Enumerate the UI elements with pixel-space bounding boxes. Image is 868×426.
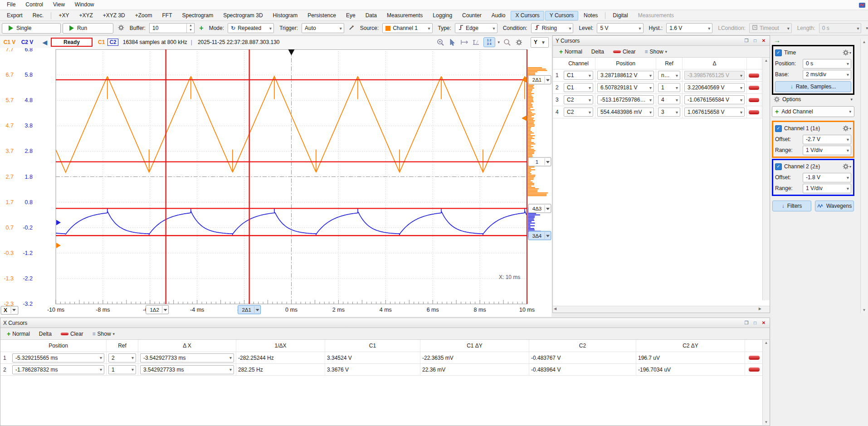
menu-item-control[interactable]: Control bbox=[20, 0, 48, 10]
menu-item-audio[interactable]: Audio bbox=[487, 11, 510, 20]
spin-down-icon[interactable]: ▼ bbox=[187, 28, 194, 33]
channel2-gear-icon[interactable]: ▾ bbox=[843, 163, 851, 170]
c2-badge[interactable]: C2 bbox=[107, 39, 118, 46]
menu-item-export[interactable]: Export bbox=[2, 11, 27, 20]
show-menu-button[interactable]: ≡Show▾ bbox=[89, 330, 119, 338]
wavegens-button[interactable]: Wavegens bbox=[815, 201, 854, 211]
rate-samples-button[interactable]: ↓Rate, Samples... bbox=[775, 81, 851, 92]
cursor-ref-select[interactable]: 2▾ bbox=[108, 353, 136, 362]
buffer-spinbox[interactable]: 10▲▼ bbox=[149, 23, 195, 33]
cursor-ref-select[interactable]: 3▾ bbox=[658, 108, 680, 117]
menu-item-y-cursors[interactable]: Y Cursors bbox=[545, 11, 578, 20]
add-normal-cursor-button[interactable]: +Normal bbox=[556, 47, 586, 56]
restore-icon[interactable]: ❐ bbox=[743, 38, 750, 44]
cursor-channel-select[interactable]: C2▾ bbox=[564, 108, 593, 117]
cursor-ref-select[interactable]: none▾ bbox=[658, 71, 680, 80]
menu-item-zoom[interactable]: +Zoom bbox=[131, 11, 157, 20]
x-cursor1-tag[interactable]: 1Δ2 bbox=[146, 305, 169, 314]
menu-item-rec[interactable]: Rec. bbox=[28, 11, 49, 20]
show-menu-button[interactable]: ≡Show▾ bbox=[641, 48, 671, 56]
cursor-ref-select[interactable]: 4▾ bbox=[658, 95, 680, 104]
menu-item-histogram[interactable]: Histogram bbox=[268, 11, 302, 20]
cursor-position-select[interactable]: -513.167259786 m▾ bbox=[597, 95, 654, 104]
vertical-measure-icon[interactable] bbox=[472, 38, 481, 46]
menu-item-measurements[interactable]: Measurements bbox=[634, 11, 678, 20]
cursor-position-select[interactable]: 3.287188612 V▾ bbox=[597, 71, 654, 80]
y-axis-menu-button[interactable]: Y▼ bbox=[531, 37, 549, 48]
maximize-icon[interactable]: □ bbox=[752, 320, 758, 326]
single-button[interactable]: Single bbox=[2, 23, 61, 34]
channel2-range-select[interactable]: 1 V/div▾ bbox=[803, 184, 851, 193]
x-cursor2-tag[interactable]: 2Δ1 bbox=[238, 305, 261, 314]
channel2-offset-select[interactable]: -1.8 V▾ bbox=[803, 173, 851, 182]
remove-cursor-button[interactable] bbox=[749, 367, 760, 372]
buffer-gear-icon[interactable] bbox=[118, 24, 124, 32]
cursor-channel-select[interactable]: C1▾ bbox=[564, 71, 593, 80]
channel1-range-select[interactable]: 1 V/div▾ bbox=[803, 146, 851, 155]
source-select[interactable]: Channel 1▾ bbox=[382, 23, 432, 33]
channel-layout-icon[interactable]: 1 23 4 bbox=[483, 37, 495, 47]
cursor-delta-select[interactable]: 1.067615658 V▾ bbox=[684, 108, 745, 117]
add-delta-cursor-button[interactable]: Delta bbox=[35, 330, 55, 338]
level-select[interactable]: 5 V▾ bbox=[597, 23, 643, 33]
menu-item-measurements[interactable]: Measurements bbox=[382, 11, 427, 20]
cursor-position-select[interactable]: 554.4483986 mV▾ bbox=[597, 108, 654, 117]
cursor-channel-select[interactable]: C2▾ bbox=[564, 95, 593, 104]
cursor-ref-select[interactable]: 1▾ bbox=[658, 83, 680, 92]
remove-cursor-button[interactable] bbox=[749, 86, 759, 90]
cursor-position-select[interactable]: 6.507829181 V▾ bbox=[597, 83, 654, 92]
scroll-up-icon[interactable]: ▲ bbox=[763, 341, 770, 345]
menu-item-eye[interactable]: Eye bbox=[341, 11, 360, 20]
scroll-up-icon[interactable]: ▲ bbox=[763, 59, 770, 63]
scroll-right-icon[interactable]: ▶ bbox=[759, 307, 761, 311]
add-delta-cursor-button[interactable]: Delta bbox=[588, 48, 608, 56]
clear-cursors-button[interactable]: Clear bbox=[57, 330, 87, 338]
menu-item-spectrogram-3d[interactable]: Spectrogram 3D bbox=[219, 11, 267, 20]
cursor-deltax-select[interactable]: -3.542927733 ms▾ bbox=[140, 353, 234, 362]
clear-cursors-button[interactable]: Clear bbox=[610, 48, 639, 56]
length-select[interactable]: 0 s▾ bbox=[819, 23, 862, 33]
layout-dropdown-icon[interactable]: ▾ bbox=[498, 40, 500, 44]
spin-arrows[interactable]: ▲▼ bbox=[186, 24, 194, 33]
y-table-scrollbar[interactable]: ▲ bbox=[762, 58, 770, 300]
scroll-down-icon[interactable]: ▼ bbox=[763, 420, 770, 424]
channel1-enabled-checkbox[interactable]: ✓ bbox=[775, 125, 782, 132]
maximize-icon[interactable]: □ bbox=[752, 38, 758, 44]
cursor-ref-select[interactable]: 1▾ bbox=[108, 365, 136, 374]
menu-item-counter[interactable]: Counter bbox=[458, 11, 486, 20]
collapse-left-icon[interactable]: ◀ bbox=[43, 39, 47, 46]
menu-item-xyz-3d[interactable]: +XYZ 3D bbox=[98, 11, 130, 20]
menu-item-notes[interactable]: Notes bbox=[579, 11, 602, 20]
cursor-position-select[interactable]: -1.786287832 ms▾ bbox=[12, 365, 104, 374]
mode-select[interactable]: ↻Repeated▾ bbox=[228, 23, 274, 33]
zoom-in-icon[interactable] bbox=[436, 38, 445, 46]
scroll-left-icon[interactable]: ◀ bbox=[554, 307, 556, 311]
x-cursors-titlebar[interactable]: X Cursors ❐ □ ✕ bbox=[0, 318, 770, 328]
remove-cursor-button[interactable] bbox=[749, 356, 760, 360]
scroll-up-icon[interactable]: ▲ bbox=[861, 40, 868, 44]
close-icon[interactable]: ✕ bbox=[761, 38, 767, 44]
channel1-offset-select[interactable]: -2.7 V▾ bbox=[803, 135, 851, 144]
cursor-channel-select[interactable]: C1▾ bbox=[564, 83, 593, 92]
hysteresis-select[interactable]: 1.6 V▾ bbox=[666, 23, 712, 33]
remove-cursor-button[interactable] bbox=[749, 110, 759, 114]
channel1-gear-icon[interactable]: ▾ bbox=[843, 125, 851, 132]
toolbar-overflow-icon[interactable]: ▾ bbox=[866, 26, 868, 30]
magnifier-icon[interactable] bbox=[502, 38, 512, 46]
y-cursors-titlebar[interactable]: Y Cursors ❐ □ ✕ bbox=[553, 36, 770, 46]
y-cursor1-tag[interactable]: 2Δ1 bbox=[528, 75, 551, 84]
menu-item-persistence[interactable]: Persistence bbox=[303, 11, 341, 20]
y-cursor3-tag[interactable]: 4Δ3 bbox=[528, 204, 551, 213]
add-normal-cursor-button[interactable]: +Normal bbox=[3, 329, 34, 338]
menu-item-data[interactable]: Data bbox=[361, 11, 381, 20]
trigger-select[interactable]: Auto▾ bbox=[302, 23, 344, 33]
y-cursor4-tag[interactable]: 3Δ4 bbox=[528, 231, 551, 240]
x-axis-menu-button[interactable]: X bbox=[1, 306, 18, 314]
scroll-down-icon[interactable]: ▼ bbox=[861, 308, 868, 312]
menu-item-window[interactable]: Window bbox=[70, 0, 99, 10]
add-channel-button[interactable]: + Add Channel ▾ bbox=[772, 106, 854, 117]
c1-badge[interactable]: C1 bbox=[98, 39, 105, 45]
type-select[interactable]: Edge▾ bbox=[455, 23, 497, 33]
menu-item-file[interactable]: File bbox=[2, 0, 20, 10]
y-cursors-hscrollbar[interactable]: ◀▶ bbox=[553, 306, 770, 313]
